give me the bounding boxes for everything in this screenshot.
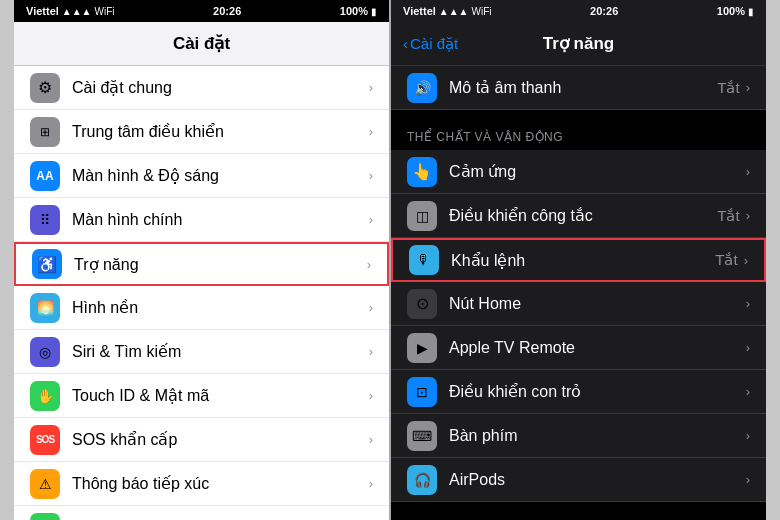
settings-content-left: ⚙ Cài đặt chung › ⊞ Trung tâm điều khiển… (14, 66, 389, 520)
label-nut-home: Nút Home (449, 295, 746, 313)
icon-nut-home: ⊙ (407, 289, 437, 319)
item-tro-nang[interactable]: ♿ Trợ năng › (14, 242, 389, 286)
nav-bar-right: ‹ Cài đặt Trợ năng (391, 22, 766, 66)
arrow-airpods: › (746, 472, 750, 487)
icon-khau-lenh: 🎙 (409, 245, 439, 275)
arrow-mo-ta: › (746, 80, 750, 95)
label-apple-tv: Apple TV Remote (449, 339, 746, 357)
signal-icon-left: ▲▲▲ (62, 6, 92, 17)
arrow-trung-tam: › (369, 124, 373, 139)
label-hinh-nen: Hình nền (72, 298, 369, 317)
status-right-right: 100% ▮ (717, 5, 754, 17)
item-cam-ung[interactable]: 👆 Cảm ứng › (391, 150, 766, 194)
wifi-icon-left: WiFi (95, 6, 115, 17)
section-header-the-chat: THỂ CHẤT VÀ VẬN ĐỘNG (391, 110, 766, 150)
arrow-man-hinh: › (369, 168, 373, 183)
item-khau-lenh[interactable]: 🎙 Khẩu lệnh Tắt › (391, 238, 766, 282)
icon-man-hinh: AA (30, 161, 60, 191)
arrow-man-hinh-chinh: › (369, 212, 373, 227)
label-tro-nang: Trợ năng (74, 255, 367, 274)
status-bar-left: Viettel ▲▲▲ WiFi 20:26 100% ▮ (14, 0, 389, 22)
item-sos[interactable]: SOS SOS khẩn cấp › (14, 418, 389, 462)
signal-icon-right: ▲▲▲ (439, 6, 469, 17)
icon-thong-bao: ⚠ (30, 469, 60, 499)
arrow-touch-id: › (369, 388, 373, 403)
arrow-ban-phim: › (746, 428, 750, 443)
time-right: 20:26 (590, 5, 618, 17)
settings-content-right: 🔊 Mô tả âm thanh Tắt › THỂ CHẤT VÀ VẬN Đ… (391, 66, 766, 520)
label-sos: SOS khẩn cấp (72, 430, 369, 449)
icon-trung-tam: ⊞ (30, 117, 60, 147)
back-label-right: Cài đặt (410, 35, 458, 53)
back-chevron-icon: ‹ (403, 35, 408, 52)
battery-icon-left: ▮ (371, 6, 377, 17)
left-phone: Viettel ▲▲▲ WiFi 20:26 100% ▮ Cài đặt ⚙ … (14, 0, 389, 520)
arrow-sos: › (369, 432, 373, 447)
label-cam-ung: Cảm ứng (449, 162, 746, 181)
nav-bar-left: Cài đặt (14, 22, 389, 66)
arrow-tro-nang: › (367, 257, 371, 272)
status-left: Viettel ▲▲▲ WiFi (26, 5, 115, 17)
label-ban-phim: Bàn phím (449, 427, 746, 445)
icon-man-hinh-chinh: ⠿ (30, 205, 60, 235)
icon-cai-dat-chung: ⚙ (30, 73, 60, 103)
label-dkct: Điều khiển công tắc (449, 206, 717, 225)
icon-pin: 🔋 (30, 513, 60, 521)
icon-dkct: ◫ (407, 201, 437, 231)
value-mo-ta: Tắt (717, 79, 739, 97)
item-airpods[interactable]: 🎧 AirPods › (391, 458, 766, 502)
label-thong-bao: Thông báo tiếp xúc (72, 474, 369, 493)
value-dkct: Tắt (717, 207, 739, 225)
battery-right: 100% (717, 5, 745, 17)
item-mo-ta[interactable]: 🔊 Mô tả âm thanh Tắt › (391, 66, 766, 110)
icon-apple-tv: ▶ (407, 333, 437, 363)
arrow-con-tro: › (746, 384, 750, 399)
label-man-hinh: Màn hình & Độ sáng (72, 166, 369, 185)
settings-list-left: ⚙ Cài đặt chung › ⊞ Trung tâm điều khiển… (14, 66, 389, 520)
item-dieu-khien-cong-tac[interactable]: ◫ Điều khiển công tắc Tắt › (391, 194, 766, 238)
arrow-apple-tv: › (746, 340, 750, 355)
label-man-hinh-chinh: Màn hình chính (72, 211, 369, 229)
arrow-nut-home: › (746, 296, 750, 311)
arrow-thong-bao: › (369, 476, 373, 491)
item-siri[interactable]: ◎ Siri & Tìm kiếm › (14, 330, 389, 374)
icon-touch-id: ✋ (30, 381, 60, 411)
nav-back-right[interactable]: ‹ Cài đặt (403, 35, 458, 53)
item-apple-tv[interactable]: ▶ Apple TV Remote › (391, 326, 766, 370)
nav-title-right: Trợ năng (543, 33, 614, 54)
item-con-tro[interactable]: ⊡ Điều khiển con trỏ › (391, 370, 766, 414)
status-right-left: 100% ▮ (340, 5, 377, 17)
top-list: 🔊 Mô tả âm thanh Tắt › (391, 66, 766, 110)
label-con-tro: Điều khiển con trỏ (449, 382, 746, 401)
icon-ban-phim: ⌨ (407, 421, 437, 451)
mid-list: 👆 Cảm ứng › ◫ Điều khiển công tắc Tắt › … (391, 150, 766, 502)
status-left-right: Viettel ▲▲▲ WiFi (403, 5, 492, 17)
arrow-cam-ung: › (746, 164, 750, 179)
arrow-siri: › (369, 344, 373, 359)
nav-title-left: Cài đặt (173, 33, 230, 54)
icon-tro-nang: ♿ (32, 249, 62, 279)
arrow-dkct: › (746, 208, 750, 223)
item-man-hinh[interactable]: AA Màn hình & Độ sáng › (14, 154, 389, 198)
wifi-icon-right: WiFi (472, 6, 492, 17)
icon-sos: SOS (30, 425, 60, 455)
label-trung-tam: Trung tâm điều khiển (72, 122, 369, 141)
item-touch-id[interactable]: ✋ Touch ID & Mật mã › (14, 374, 389, 418)
carrier-left: Viettel (26, 5, 59, 17)
item-trung-tam[interactable]: ⊞ Trung tâm điều khiển › (14, 110, 389, 154)
icon-hinh-nen: 🌅 (30, 293, 60, 323)
time-left: 20:26 (213, 5, 241, 17)
arrow-cai-dat-chung: › (369, 80, 373, 95)
item-pin[interactable]: 🔋 Pin › (14, 506, 389, 520)
section-header-nghe: NGHE (391, 502, 766, 520)
item-ban-phim[interactable]: ⌨ Bàn phím › (391, 414, 766, 458)
item-nut-home[interactable]: ⊙ Nút Home › (391, 282, 766, 326)
battery-left: 100% (340, 5, 368, 17)
item-thong-bao[interactable]: ⚠ Thông báo tiếp xúc › (14, 462, 389, 506)
item-cai-dat-chung[interactable]: ⚙ Cài đặt chung › (14, 66, 389, 110)
icon-mo-ta: 🔊 (407, 73, 437, 103)
item-hinh-nen[interactable]: 🌅 Hình nền › (14, 286, 389, 330)
label-siri: Siri & Tìm kiếm (72, 342, 369, 361)
item-man-hinh-chinh[interactable]: ⠿ Màn hình chính › (14, 198, 389, 242)
right-phone: Viettel ▲▲▲ WiFi 20:26 100% ▮ ‹ Cài đặt … (391, 0, 766, 520)
